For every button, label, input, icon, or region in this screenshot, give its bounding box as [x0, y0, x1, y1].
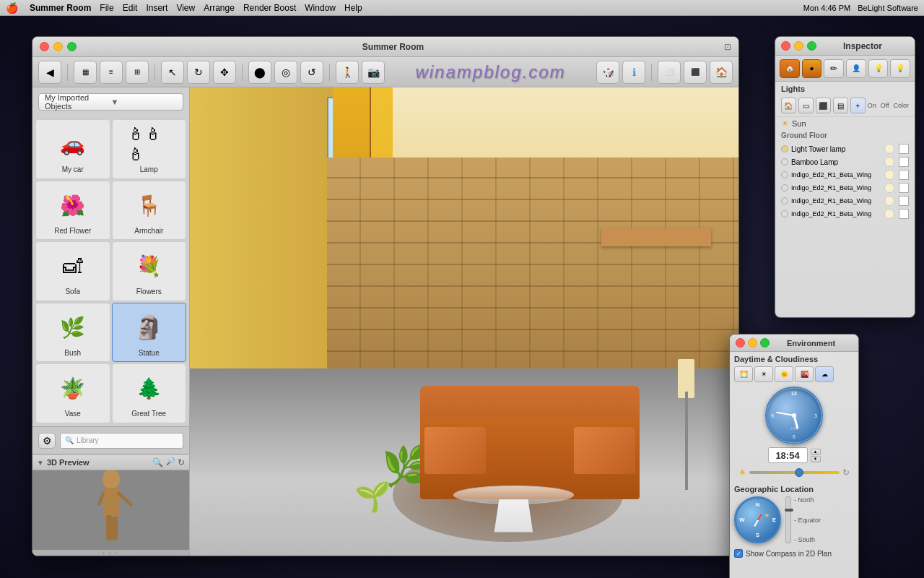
inspector-maximize[interactable]: [807, 41, 816, 51]
object-item-great-tree[interactable]: 🌲 Great Tree: [112, 363, 187, 423]
rotate-tool[interactable]: ↻: [187, 61, 210, 84]
shelf: [601, 228, 711, 246]
minimize-button[interactable]: [53, 42, 63, 51]
env-maximize[interactable]: [760, 338, 770, 348]
inspector-btn-pen[interactable]: ✏: [824, 59, 844, 78]
light-color-5[interactable]: [899, 209, 909, 219]
env-minimize[interactable]: [748, 338, 757, 348]
light-dot-3: [781, 184, 788, 191]
light-toggle-5[interactable]: [884, 209, 894, 219]
lights-btn-table[interactable]: ▤: [833, 98, 848, 113]
light-color-4[interactable]: [899, 196, 909, 206]
object-item-sofa[interactable]: 🛋 Sofa: [35, 241, 110, 301]
object-item-armchair[interactable]: 🪑 Armchair: [112, 181, 187, 241]
time-step-down[interactable]: ▼: [811, 456, 821, 462]
inspector-btn-material[interactable]: 🏠: [780, 59, 800, 78]
lights-btn-floor[interactable]: ⬛: [816, 98, 831, 113]
person-tool[interactable]: 🚶: [336, 61, 359, 84]
lights-btn-room[interactable]: 🏠: [781, 98, 796, 113]
menu-view[interactable]: View: [176, 3, 195, 13]
env-btn-morning[interactable]: ☀: [754, 366, 773, 382]
object-item-vase[interactable]: 🪴 Vase: [35, 363, 110, 423]
menu-insert[interactable]: Insert: [146, 3, 167, 13]
resize-handle[interactable]: • • •: [32, 550, 189, 556]
arc-tool[interactable]: ↺: [300, 61, 323, 84]
view-2d-button[interactable]: ⬜: [658, 61, 681, 84]
move-tool[interactable]: ✥: [213, 61, 236, 84]
time-step-up[interactable]: ▲: [811, 449, 821, 455]
menu-file[interactable]: File: [100, 3, 113, 13]
time-input-box[interactable]: 18:54: [768, 447, 808, 463]
env-btn-noon[interactable]: 🌞: [775, 366, 793, 382]
menu-help[interactable]: Help: [344, 3, 362, 13]
sun-slider-thumb[interactable]: [795, 468, 803, 477]
inspector-traffic-lights: [781, 41, 816, 51]
svg-text:3: 3: [814, 413, 817, 418]
inspector-btn-share[interactable]: 👤: [846, 59, 866, 78]
maximize-button[interactable]: [67, 42, 77, 51]
env-btn-sunrise[interactable]: 🌅: [734, 366, 753, 382]
light-color-3[interactable]: [899, 183, 909, 193]
env-close[interactable]: [736, 338, 745, 348]
light-color-0[interactable]: [899, 144, 909, 154]
back-button[interactable]: ◀: [38, 61, 61, 84]
object-item-lamp[interactable]: 🕯🕯🕯 Lamp: [112, 119, 187, 179]
lights-btn-add[interactable]: +: [850, 98, 866, 113]
light-toggle-0[interactable]: [884, 144, 894, 154]
lights-btn-wall[interactable]: ▭: [798, 98, 814, 113]
object-tool[interactable]: 🎲: [596, 61, 619, 84]
inspector-btn-light[interactable]: ●: [802, 59, 822, 78]
inspector-btn-bulb-off[interactable]: 💡: [868, 59, 889, 78]
inspector-btn-bulb-on[interactable]: 💡: [890, 59, 910, 78]
select-tool[interactable]: ↖: [161, 61, 184, 84]
floorplan-list-button[interactable]: ≡: [100, 61, 123, 84]
menu-window[interactable]: Window: [305, 3, 336, 13]
menu-render[interactable]: Render Boost: [243, 3, 296, 13]
show-compass-checkbox[interactable]: ✓: [734, 549, 743, 558]
object-item-red-flower[interactable]: 🌺 Red Flower: [35, 181, 110, 241]
view-house-button[interactable]: 🏠: [710, 61, 733, 84]
latitude-south-label: - South: [794, 536, 821, 543]
preview-collapse-icon[interactable]: ▼: [37, 459, 44, 467]
inspector-minimize[interactable]: [794, 41, 803, 51]
camera-tool[interactable]: 📷: [362, 61, 385, 84]
sun-left-icon: ☀: [738, 467, 746, 478]
apple-menu[interactable]: 🍎: [6, 2, 18, 14]
settings-icon[interactable]: ⚙: [38, 433, 56, 449]
refresh-icon[interactable]: ↻: [178, 457, 185, 467]
zoom-out-icon[interactable]: 🔎: [166, 457, 175, 467]
object-item-my-car[interactable]: 🚗 My car: [35, 119, 110, 179]
env-btn-cloud[interactable]: ☁: [815, 366, 834, 382]
library-search[interactable]: 🔍 Library: [60, 433, 183, 449]
time-value: 18:54: [775, 450, 799, 461]
floorplan-2d-button[interactable]: ▦: [74, 61, 97, 84]
preview-statue-icon: [86, 470, 136, 550]
latitude-slider[interactable]: [785, 496, 791, 543]
floorplan-grid-button[interactable]: ⊞: [126, 61, 149, 84]
object-item-statue[interactable]: 🗿 Statue: [112, 303, 187, 363]
env-btn-evening[interactable]: 🌇: [795, 366, 814, 382]
light-toggle-4[interactable]: [884, 196, 894, 206]
circle-tool[interactable]: ⬤: [248, 61, 271, 84]
window-expand-icon[interactable]: ⊡: [724, 42, 731, 52]
object-thumb-lamp: 🕯🕯🕯: [127, 124, 170, 164]
app-name: Summer Room: [30, 3, 91, 13]
menu-arrange[interactable]: Arrange: [204, 3, 235, 13]
sun-slider-track[interactable]: [749, 471, 840, 474]
ring-tool[interactable]: ◎: [274, 61, 297, 84]
light-toggle-1[interactable]: [884, 157, 894, 167]
objects-dropdown[interactable]: My Imported Objects ▼: [38, 93, 183, 111]
light-color-2[interactable]: [899, 170, 909, 180]
light-toggle-2[interactable]: [884, 170, 894, 180]
object-item-flowers[interactable]: 💐 Flowers: [112, 241, 187, 301]
inspector-close[interactable]: [781, 41, 790, 51]
zoom-in-icon[interactable]: 🔍: [152, 457, 163, 467]
light-item-3: Indigo_Ed2_R1_Beta_Wing: [775, 181, 915, 194]
light-color-1[interactable]: [899, 157, 909, 167]
object-item-bush[interactable]: 🌿 Bush: [35, 303, 110, 363]
close-button[interactable]: [40, 42, 49, 51]
info-button[interactable]: ℹ: [622, 61, 645, 84]
menu-edit[interactable]: Edit: [123, 3, 138, 13]
view-render-button[interactable]: ⬛: [684, 61, 707, 84]
light-toggle-3[interactable]: [884, 183, 894, 193]
